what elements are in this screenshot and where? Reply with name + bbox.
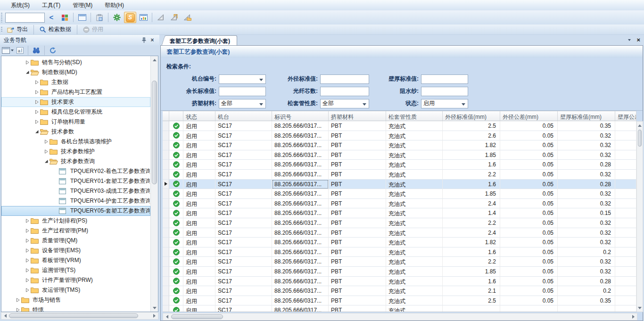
search-data-button[interactable]: 检索数据 (36, 25, 75, 34)
tree-collapsed-icon[interactable] (34, 80, 40, 84)
pin-icon[interactable] (140, 36, 148, 44)
toolbar-combo-input[interactable] (5, 13, 45, 23)
scrollbar-thumb[interactable] (638, 130, 642, 147)
tree-item[interactable]: 技术参数维护 (1, 147, 150, 156)
tree-collapsed-icon[interactable] (25, 229, 31, 233)
tree-collapsed-icon[interactable] (34, 100, 40, 104)
table-row[interactable]: 启用SC1788.205.666/0317...PBT充油式2.20.050.3… (163, 218, 636, 228)
table-row[interactable]: 启用SC1788.205.666/0317...PBT充油式2.50.050.3… (163, 296, 636, 306)
tree-item[interactable]: 技术参数查询 (1, 156, 150, 166)
text-field[interactable] (421, 87, 468, 96)
tree-item[interactable]: 发运管理(TMS) (1, 285, 150, 295)
clipboard-paste-button[interactable] (93, 12, 106, 23)
table-row[interactable]: 启用SC1788.205.666/0317...PBT充油式1.60.050.2… (163, 160, 636, 170)
column-header[interactable]: 标识号 (272, 111, 329, 121)
tree-collapsed-icon[interactable] (25, 219, 31, 223)
tree-collapsed-icon[interactable] (25, 288, 31, 292)
menubar-item[interactable]: 管理(M) (66, 0, 99, 11)
column-header[interactable]: 挤塑材料 (329, 111, 386, 121)
combo-field[interactable]: 全部 (219, 99, 266, 108)
scrollbar-thumb[interactable] (171, 314, 223, 319)
tree-item[interactable]: TPQUERY03-成缆工艺参数查询 (1, 186, 150, 196)
chart-window-button[interactable] (137, 12, 149, 23)
scrollbar-thumb[interactable] (9, 313, 138, 318)
export-button[interactable]: 导出 (3, 25, 32, 34)
table-row[interactable]: 启用SC1788.205.666/0317...PBT充油式2.40.050.3… (163, 228, 636, 238)
tree-item[interactable]: 生产计划排程(PS) (1, 216, 150, 226)
tree-collapsed-icon[interactable] (25, 60, 31, 65)
tree-collapsed-icon[interactable] (43, 140, 50, 144)
tree-item[interactable]: TPQUERY05-套塑工艺参数查询(小套) (1, 206, 150, 216)
toolbar-grip[interactable] (1, 12, 2, 23)
combo-field[interactable]: 全部 (320, 99, 369, 108)
column-header[interactable] (163, 111, 169, 121)
table-row[interactable]: 启用SC1788.205.666/0317...PBT充油式1.850.050.… (163, 267, 636, 277)
table-row[interactable]: 启用SC1788.205.666/0317...PBT充油式2.10.050.2 (163, 286, 636, 296)
scroll-up-button[interactable] (637, 122, 642, 129)
scroll-left-button[interactable] (164, 313, 170, 320)
link-button[interactable]: S (124, 12, 136, 23)
table-row[interactable]: 启用SC1788.205.666/0317...PBT充油式1.820.050.… (163, 140, 636, 150)
back-chevron-button[interactable]: < (45, 12, 58, 23)
column-header[interactable]: 机台 (215, 111, 272, 121)
gear-button[interactable] (111, 12, 123, 23)
close-icon[interactable]: × (148, 36, 157, 44)
action-toolbar-grip[interactable] (1, 26, 2, 33)
tree-expanded-icon[interactable] (25, 70, 31, 74)
tree-collapsed-icon[interactable] (25, 258, 31, 263)
scroll-right-button[interactable] (630, 313, 636, 320)
ruler-new-button[interactable] (168, 12, 180, 23)
disable-button[interactable]: 停用 (79, 25, 107, 34)
tree-item[interactable]: 生产过程管理(PM) (1, 226, 150, 236)
tree-expanded-icon[interactable] (43, 159, 50, 164)
table-row[interactable]: 启用SC1788.205.666/0317...PBT充油式 (163, 305, 636, 312)
ruler-button[interactable] (155, 12, 167, 23)
text-field[interactable] (219, 87, 266, 96)
scroll-right-button[interactable] (151, 313, 157, 319)
tree-item[interactable]: 技术参数 (1, 127, 150, 137)
tab-process-param-query[interactable]: 套塑工艺参数查询(小套) (166, 35, 237, 45)
scroll-up-button[interactable] (151, 57, 157, 63)
tree-item[interactable]: TPQUERY04-护套工艺参数查询 (1, 196, 150, 206)
tree-collapsed-icon[interactable] (34, 110, 40, 114)
tree-collapsed-icon[interactable] (34, 90, 40, 94)
tree-item[interactable]: 产品结构与工艺配置 (1, 87, 150, 97)
combo-field[interactable] (219, 74, 266, 84)
menubar-item[interactable]: 系统(S) (5, 0, 36, 11)
tree-item[interactable]: 销售与分销(SD) (1, 58, 150, 67)
tree-collapsed-icon[interactable] (15, 308, 21, 312)
tree-item[interactable]: 模具信息化管理系统 (1, 107, 150, 117)
tree-item[interactable]: TPQUERY02-着色工艺参数查询 (1, 166, 150, 176)
ruler-open-button[interactable] (181, 12, 193, 23)
table-row[interactable]: 启用SC1788.205.666/0317...PBT充油式2.40.050.3… (163, 199, 636, 209)
tab-close-icon[interactable]: × (636, 37, 640, 43)
table-row[interactable]: 启用SC1788.205.666/0317...PBT充油式1.60.050.2… (163, 277, 636, 287)
tree-item[interactable]: 主数据 (1, 77, 150, 87)
tree-expanded-icon[interactable] (34, 130, 40, 134)
tree-item[interactable]: 技术要求 (1, 97, 150, 107)
table-row[interactable]: 启用SC1788.205.666/0317...PBT充油式1.60.050.2… (163, 180, 636, 189)
scroll-down-button[interactable] (637, 305, 642, 311)
tree-item[interactable]: 市场与销售 (1, 295, 150, 305)
table-row[interactable]: 启用SC1788.205.666/0317...PBT充油式1.850.050.… (163, 150, 636, 160)
tree-collapsed-icon[interactable] (25, 248, 31, 253)
table-row[interactable]: 启用SC1788.205.666/0317...PBT充油式2.20.050.3… (163, 257, 636, 267)
menubar-item[interactable]: 工具(T) (36, 0, 66, 11)
column-header[interactable]: 外径公差(mm) (500, 111, 558, 121)
table-row[interactable]: 启用SC1788.205.666/0317...PBT充油式1.60.050.2 (163, 247, 636, 257)
tree-collapsed-icon[interactable] (34, 120, 40, 124)
layout-window-button[interactable] (2, 46, 14, 55)
tree-collapsed-icon[interactable] (15, 298, 21, 302)
text-field[interactable] (421, 74, 468, 84)
scroll-left-button[interactable] (2, 313, 8, 319)
table-row[interactable]: 启用SC1788.205.666/0317...PBT充油式2.50.050.3… (163, 121, 636, 131)
tab-list-dropdown-icon[interactable] (628, 39, 631, 41)
combo-field[interactable]: 启用 (421, 99, 468, 108)
tree-item[interactable]: 追溯管理(TS) (1, 265, 150, 275)
text-field[interactable] (320, 74, 369, 84)
text-field[interactable] (320, 87, 369, 96)
tree-collapsed-icon[interactable] (25, 278, 31, 282)
tree-item[interactable]: 各机台禁填选项维护 (1, 137, 150, 147)
column-header[interactable]: 外径标准值(mm) (443, 111, 500, 121)
table-row[interactable]: 启用SC1788.205.666/0317...PBT充油式2.20.050.3… (163, 170, 636, 180)
